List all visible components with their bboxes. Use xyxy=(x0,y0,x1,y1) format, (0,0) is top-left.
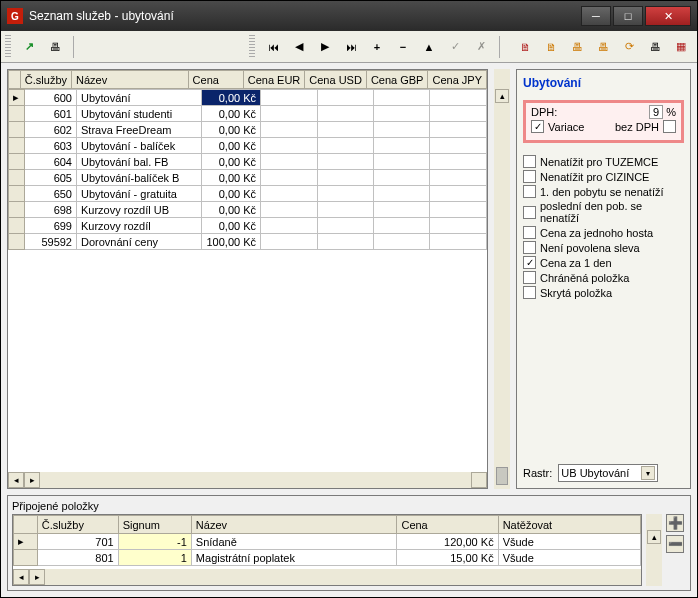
scroll-thumb[interactable] xyxy=(496,467,508,485)
maximize-button[interactable]: □ xyxy=(613,6,643,26)
check-row[interactable]: 1. den pobytu se nenatíží xyxy=(523,185,684,198)
table-row[interactable]: ▸600Ubytování0,00 Kč xyxy=(9,90,487,106)
checkbox[interactable] xyxy=(523,185,536,198)
col-header[interactable]: Č.služby xyxy=(20,71,71,89)
side-up-icon[interactable]: ▴ xyxy=(647,530,661,544)
separator xyxy=(73,36,81,58)
toolbar-handle[interactable] xyxy=(5,35,11,59)
separator xyxy=(499,36,507,58)
checkbox[interactable]: ✓ xyxy=(523,256,536,269)
arrow-up-icon[interactable]: ↗ xyxy=(17,35,41,59)
check-row[interactable]: poslední den pob. se nenatíží xyxy=(523,200,684,224)
check-label: Skrytá položka xyxy=(540,287,612,299)
table-row[interactable]: 604Ubytování bal. FB0,00 Kč xyxy=(9,154,487,170)
table-row[interactable]: 650Ubytování - gratuita0,00 Kč xyxy=(9,186,487,202)
dph-value[interactable]: 9 xyxy=(649,105,663,119)
col-header[interactable]: Signum xyxy=(118,516,191,534)
doc-red-icon[interactable]: 🗎 xyxy=(513,35,537,59)
window-title: Seznam služeb - ubytování xyxy=(29,9,581,23)
add-icon[interactable]: + xyxy=(365,35,389,59)
bezdph-label: bez DPH xyxy=(615,121,659,133)
variace-checkbox[interactable]: ✓ xyxy=(531,120,544,133)
bottom-grid[interactable]: Č.službySignumNázevCenaNatěžovat ▸701-1S… xyxy=(12,514,642,586)
col-header[interactable]: Cena xyxy=(397,516,498,534)
check-row[interactable]: Nenatížit pro TUZEMCE xyxy=(523,155,684,168)
table-row[interactable]: 603Ubytování - balíček0,00 Kč xyxy=(9,138,487,154)
prev-icon[interactable]: ◀ xyxy=(287,35,311,59)
check-row[interactable]: Nenatížit pro CIZINCE xyxy=(523,170,684,183)
app-window: G Seznam služeb - ubytování ─ □ ✕ ↗ 🖶 ⏮ … xyxy=(0,0,698,598)
close-button[interactable]: ✕ xyxy=(645,6,691,26)
checkbox[interactable] xyxy=(523,271,536,284)
toolbar-handle[interactable] xyxy=(249,35,255,59)
side-strip: ▴ xyxy=(494,69,510,489)
checkbox[interactable] xyxy=(523,170,536,183)
chevron-down-icon[interactable]: ▾ xyxy=(641,466,655,480)
col-header[interactable]: Cena USD xyxy=(305,71,367,89)
col-header[interactable]: Cena xyxy=(188,71,243,89)
print4-icon[interactable]: 🖶 xyxy=(643,35,667,59)
check-row[interactable]: Cena za jednoho hosta xyxy=(523,226,684,239)
check-label: Není povolena sleva xyxy=(540,242,640,254)
print2-icon[interactable]: 🖶 xyxy=(565,35,589,59)
bezdph-checkbox[interactable] xyxy=(663,120,676,133)
check-label: Nenatížit pro TUZEMCE xyxy=(540,156,658,168)
check-row[interactable]: Chráněná položka xyxy=(523,271,684,284)
rastr-combo[interactable]: UB Ubytování▾ xyxy=(558,464,658,482)
check-row[interactable]: Skrytá položka xyxy=(523,286,684,299)
next-icon[interactable]: ▶ xyxy=(313,35,337,59)
table-row[interactable]: 602Strava FreeDream0,00 Kč xyxy=(9,122,487,138)
cancel-icon[interactable]: ✗ xyxy=(469,35,493,59)
print-icon[interactable]: 🖶 xyxy=(43,35,67,59)
h-scrollbar[interactable]: ◂▸ xyxy=(8,472,487,488)
flag-icon[interactable]: ▦ xyxy=(669,35,693,59)
titlebar[interactable]: G Seznam služeb - ubytování ─ □ ✕ xyxy=(1,1,697,31)
col-header[interactable]: Cena JPY xyxy=(428,71,487,89)
table-row[interactable]: 601Ubytování studenti0,00 Kč xyxy=(9,106,487,122)
side-up-icon[interactable]: ▴ xyxy=(495,89,509,103)
col-header[interactable]: Natěžovat xyxy=(498,516,640,534)
app-icon: G xyxy=(7,8,23,24)
col-header[interactable]: Název xyxy=(72,71,189,89)
table-row[interactable]: 59592Dorovnání ceny100,00 Kč xyxy=(9,234,487,250)
main-grid[interactable]: Č.službyNázevCenaCena EURCena USDCena GB… xyxy=(7,69,488,489)
remove-item-button[interactable]: ➖ xyxy=(666,535,684,553)
checkbox[interactable] xyxy=(523,206,536,219)
checkbox[interactable] xyxy=(523,241,536,254)
rastr-label: Rastr: xyxy=(523,467,552,479)
check-label: Chráněná položka xyxy=(540,272,629,284)
confirm-icon[interactable]: ✓ xyxy=(443,35,467,59)
table-row[interactable]: 698Kurzovy rozdíl UB0,00 Kč xyxy=(9,202,487,218)
col-header[interactable]: Cena GBP xyxy=(366,71,428,89)
table-row[interactable]: ▸701-1Snídaně120,00 KčVšude xyxy=(14,534,641,550)
first-icon[interactable]: ⏮ xyxy=(261,35,285,59)
refresh-icon[interactable]: ⟳ xyxy=(617,35,641,59)
check-row[interactable]: Není povolena sleva xyxy=(523,241,684,254)
col-header[interactable]: Cena EUR xyxy=(243,71,305,89)
table-row[interactable]: 699Kurzovy rozdíl0,00 Kč xyxy=(9,218,487,234)
check-label: Cena za jednoho hosta xyxy=(540,227,653,239)
checkbox[interactable] xyxy=(523,226,536,239)
bottom-section: Připojené položky Č.službySignumNázevCen… xyxy=(7,495,691,591)
panel-title: Ubytování xyxy=(523,76,684,90)
doc-orange-icon[interactable]: 🗎 xyxy=(539,35,563,59)
last-icon[interactable]: ⏭ xyxy=(339,35,363,59)
checkbox[interactable] xyxy=(523,155,536,168)
minimize-button[interactable]: ─ xyxy=(581,6,611,26)
bottom-title: Připojené položky xyxy=(12,500,686,512)
col-header[interactable]: Název xyxy=(191,516,397,534)
check-row[interactable]: ✓Cena za 1 den xyxy=(523,256,684,269)
check-label: 1. den pobytu se nenatíží xyxy=(540,186,664,198)
edit-icon[interactable]: ▲ xyxy=(417,35,441,59)
checkbox[interactable] xyxy=(523,286,536,299)
variace-label: Variace xyxy=(548,121,584,133)
table-row[interactable]: 8011Magistrátní poplatek15,00 KčVšude xyxy=(14,550,641,566)
pct-label: % xyxy=(666,106,676,118)
h-scrollbar[interactable]: ◂▸ xyxy=(13,569,641,585)
remove-icon[interactable]: − xyxy=(391,35,415,59)
print3-icon[interactable]: 🖶 xyxy=(591,35,615,59)
add-item-button[interactable]: ➕ xyxy=(666,514,684,532)
dph-label: DPH: xyxy=(531,106,557,118)
table-row[interactable]: 605Ubytování-balíček B0,00 Kč xyxy=(9,170,487,186)
col-header[interactable]: Č.služby xyxy=(37,516,118,534)
